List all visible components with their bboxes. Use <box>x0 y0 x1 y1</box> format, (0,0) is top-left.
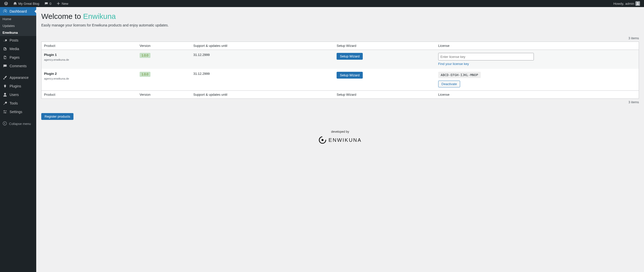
page-subtitle: Easily manage your licenses for Enwikuna… <box>41 23 639 27</box>
wordpress-icon <box>4 2 8 6</box>
admin-sidebar: Dashboard Home Updates Enwikuna Posts Me… <box>0 7 36 272</box>
menu-users[interactable]: Users <box>0 90 36 99</box>
menu-pages[interactable]: Pages <box>0 53 36 62</box>
menu-pages-label: Pages <box>10 55 20 59</box>
setup-wizard-button[interactable]: Setup Wizard <box>337 72 363 79</box>
new-label: New <box>62 2 68 6</box>
footer: developed by ENWIKUNA <box>41 130 639 145</box>
register-products-button[interactable]: Register products <box>41 113 73 120</box>
tf-license: License <box>436 90 639 98</box>
find-license-link[interactable]: Find your license key <box>438 62 469 66</box>
tablenav-top: 3 items <box>41 35 639 42</box>
footer-logo: ENWIKUNA <box>318 136 362 144</box>
tablenav-bottom: 3 items <box>41 99 639 106</box>
plus-icon <box>56 2 60 6</box>
menu-users-label: Users <box>10 93 19 97</box>
menu-appearance[interactable]: Appearance <box>0 73 36 82</box>
wp-logo[interactable] <box>2 0 10 7</box>
th-wizard: Setup Wizard <box>334 42 436 50</box>
dashboard-submenu: Home Updates Enwikuna <box>0 16 36 36</box>
menu-tools[interactable]: Tools <box>0 99 36 108</box>
menu-media-label: Media <box>10 47 19 51</box>
menu-posts-label: Posts <box>10 38 18 42</box>
comment-icon <box>44 2 48 6</box>
license-code: ABCD-EFGH-IJKL-MNOP <box>438 72 481 78</box>
page-icon <box>3 55 8 60</box>
menu-plugins-label: Plugins <box>10 84 21 88</box>
user-name: admin <box>625 2 634 6</box>
th-support: Support & updates until <box>191 42 334 50</box>
menu-comments-label: Comments <box>10 64 27 68</box>
product-name: Plugin 1 <box>44 53 135 57</box>
setup-wizard-button[interactable]: Setup Wizard <box>337 53 363 60</box>
th-version: Version <box>137 42 191 50</box>
table-row: Plugin 1 agency.enwikuna.de 1.0.0 31.12.… <box>42 50 639 69</box>
menu-posts[interactable]: Posts <box>0 36 36 45</box>
support-until: 31.12.2999 <box>193 53 210 57</box>
items-count-top: 3 items <box>628 36 639 40</box>
home-icon <box>13 2 17 6</box>
plug-icon <box>3 84 8 89</box>
submenu-enwikuna[interactable]: Enwikuna <box>0 29 36 36</box>
site-name-text: My Great Blog <box>18 2 39 6</box>
title-prefix: Welcome to <box>41 12 83 20</box>
product-domain: agency.enwikuna.de <box>44 58 135 61</box>
menu-dashboard-label: Dashboard <box>10 9 27 13</box>
deactivate-button[interactable]: Deactivate <box>438 81 460 87</box>
comments-link[interactable]: 0 <box>42 0 53 7</box>
new-link[interactable]: New <box>54 0 70 7</box>
collapse-label: Collapse menu <box>9 122 31 126</box>
account-link[interactable]: Howdy, admin <box>611 0 642 7</box>
product-domain: agency.enwikuna.de <box>44 77 135 80</box>
main-content: Welcome to Enwikuna Easily manage your l… <box>36 7 644 272</box>
tf-product: Product <box>42 90 137 98</box>
comments-count: 0 <box>50 2 51 6</box>
version-badge: 1.0.0 <box>140 53 150 58</box>
menu-tools-label: Tools <box>10 101 18 105</box>
support-until: 31.12.2999 <box>193 72 210 76</box>
th-license: License <box>436 42 639 50</box>
sliders-icon <box>3 109 8 114</box>
avatar-icon <box>635 1 640 6</box>
media-icon <box>3 46 8 51</box>
wrench-icon <box>3 101 8 106</box>
developed-by-text: developed by <box>41 130 639 133</box>
pin-icon <box>3 38 8 43</box>
howdy-text: Howdy, <box>613 2 624 6</box>
page-title: Welcome to Enwikuna <box>41 7 639 23</box>
product-name: Plugin 2 <box>44 72 135 76</box>
svg-point-2 <box>321 139 324 141</box>
license-key-input[interactable] <box>438 53 534 60</box>
menu-settings-label: Settings <box>10 110 22 114</box>
menu-dashboard[interactable]: Dashboard <box>0 7 36 16</box>
collapse-menu[interactable]: Collapse menu <box>0 119 36 128</box>
submenu-home[interactable]: Home <box>0 16 36 22</box>
site-name-link[interactable]: My Great Blog <box>11 0 41 7</box>
collapse-icon <box>3 121 7 126</box>
items-count-bottom: 3 items <box>628 100 639 104</box>
svg-point-0 <box>3 122 7 125</box>
admin-bar: My Great Blog 0 New Howdy, admin <box>0 0 644 7</box>
brush-icon <box>3 75 8 80</box>
tf-wizard: Setup Wizard <box>334 90 436 98</box>
title-brand: Enwikuna <box>83 12 116 20</box>
menu-appearance-label: Appearance <box>10 76 29 80</box>
tf-version: Version <box>137 90 191 98</box>
version-badge: 1.0.0 <box>140 72 150 77</box>
menu-comments[interactable]: Comments <box>0 62 36 70</box>
footer-brand-text: ENWIKUNA <box>329 137 362 143</box>
th-product: Product <box>42 42 137 50</box>
enwikuna-logo-icon <box>318 136 327 144</box>
user-icon <box>3 92 8 97</box>
dashboard-icon <box>3 9 8 14</box>
tf-support: Support & updates until <box>191 90 334 98</box>
menu-settings[interactable]: Settings <box>0 108 36 116</box>
licenses-table: Product Version Support & updates until … <box>41 42 639 99</box>
comment-icon <box>3 63 8 69</box>
menu-plugins[interactable]: Plugins <box>0 82 36 90</box>
table-row: Plugin 2 agency.enwikuna.de 1.0.0 31.12.… <box>42 69 639 90</box>
menu-media[interactable]: Media <box>0 45 36 53</box>
submenu-updates[interactable]: Updates <box>0 22 36 29</box>
